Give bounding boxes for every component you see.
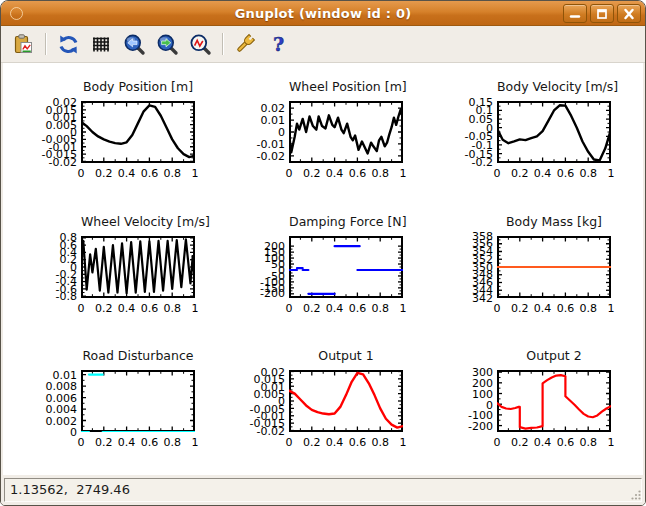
close-icon bbox=[622, 8, 636, 20]
x-tick-label: 0.4 bbox=[118, 168, 136, 179]
x-tick-label: 0.8 bbox=[163, 168, 181, 179]
settings-button[interactable] bbox=[231, 30, 259, 58]
y-tick-label: -0.01 bbox=[257, 138, 285, 149]
x-tick-label: 0.6 bbox=[349, 303, 367, 314]
x-tick-label: 0.6 bbox=[557, 168, 575, 179]
x-tick-label: 0.8 bbox=[371, 303, 389, 314]
plot-box[interactable] bbox=[81, 370, 195, 432]
zoom-previous-icon bbox=[123, 33, 146, 56]
subplot-output-2: Output 23002001000-100-20000.20.40.60.81 bbox=[429, 338, 637, 473]
wrench-icon bbox=[234, 33, 257, 56]
subplot-body-position: Body Position [m]0.020.0150.010.0050-0.0… bbox=[13, 69, 221, 204]
y-tick-label: -0.02 bbox=[257, 150, 285, 161]
subplot-road-disturbance: Road Disturbance0.010.0080.0060.0040.002… bbox=[13, 338, 221, 473]
subplot-body-mass: Body Mass [kg]35835635435235034834634434… bbox=[429, 204, 637, 339]
x-tick-label: 0.8 bbox=[163, 437, 181, 448]
titlebar[interactable]: Gnuplot (window id : 0) bbox=[1, 1, 645, 26]
x-tick-label: 0.8 bbox=[579, 168, 597, 179]
data-series bbox=[289, 373, 403, 428]
x-tick-label: 1 bbox=[192, 303, 199, 314]
x-tick-label: 0.6 bbox=[141, 437, 159, 448]
window-title: Gnuplot (window id : 0) bbox=[1, 6, 645, 21]
plot-box[interactable] bbox=[81, 101, 195, 163]
x-tick-label: 0.6 bbox=[141, 168, 159, 179]
zoom-previous-button[interactable] bbox=[120, 30, 148, 58]
x-tick-label: 0.2 bbox=[511, 168, 529, 179]
y-tick-label: 0.01 bbox=[261, 115, 286, 126]
subplot-output-1: Output 10.020.0150.010.0050-0.005-0.01-0… bbox=[221, 338, 429, 473]
x-tick-label: 0.2 bbox=[511, 437, 529, 448]
x-tick-label: 0.4 bbox=[118, 437, 136, 448]
y-tick-label: -0.8 bbox=[56, 290, 77, 301]
zoom-next-button[interactable] bbox=[153, 30, 181, 58]
replot-button[interactable] bbox=[54, 30, 82, 58]
autoscale-button[interactable] bbox=[186, 30, 214, 58]
x-tick-label: 0 bbox=[494, 303, 501, 314]
x-axis-labels: 00.20.40.60.81 bbox=[497, 167, 611, 181]
data-series bbox=[497, 375, 611, 428]
x-tick-label: 1 bbox=[192, 168, 199, 179]
window-icon bbox=[10, 7, 23, 20]
x-tick-label: 0.8 bbox=[579, 303, 597, 314]
x-axis-labels: 00.20.40.60.81 bbox=[497, 302, 611, 316]
y-tick-label: 0 bbox=[278, 127, 285, 138]
resize-grip[interactable] bbox=[630, 489, 642, 501]
subplot-wheel-velocity: Wheel Velocity [m/s]0.80.60.40.20-0.2-0.… bbox=[13, 204, 221, 339]
x-tick-label: 0 bbox=[286, 303, 293, 314]
x-tick-label: 0.6 bbox=[557, 437, 575, 448]
grid-icon bbox=[90, 33, 113, 56]
x-axis-labels: 00.20.40.60.81 bbox=[81, 302, 195, 316]
x-axis-labels: 00.20.40.60.81 bbox=[81, 436, 195, 450]
copy-clipboard-icon bbox=[12, 33, 35, 56]
toolbar-separator bbox=[222, 33, 224, 55]
x-tick-label: 0 bbox=[78, 437, 85, 448]
chart-title: Wheel Velocity [m/s] bbox=[81, 214, 195, 229]
x-tick-label: 0 bbox=[78, 303, 85, 314]
help-question-icon: ? bbox=[267, 33, 290, 56]
x-tick-label: 0 bbox=[494, 168, 501, 179]
toggle-grid-button[interactable] bbox=[87, 30, 115, 58]
maximize-button[interactable] bbox=[590, 4, 614, 23]
y-tick-label: 0.01 bbox=[53, 369, 78, 380]
x-tick-label: 0.2 bbox=[95, 168, 113, 179]
x-tick-label: 0.6 bbox=[141, 303, 159, 314]
y-axis-labels: 0.020.010-0.01-0.02 bbox=[247, 101, 289, 163]
plot-area[interactable]: Body Position [m]0.020.0150.010.0050-0.0… bbox=[3, 63, 643, 475]
x-tick-label: 0.4 bbox=[326, 437, 344, 448]
autoscale-zoom-icon bbox=[189, 33, 212, 56]
zoom-next-icon bbox=[156, 33, 179, 56]
x-tick-label: 0.6 bbox=[349, 437, 367, 448]
chart-title: Road Disturbance bbox=[81, 348, 195, 363]
x-axis-labels: 00.20.40.60.81 bbox=[289, 302, 403, 316]
plot-box[interactable] bbox=[289, 236, 403, 298]
y-tick-label: -0.02 bbox=[257, 425, 285, 436]
y-tick-label: -0.2 bbox=[472, 157, 493, 168]
copy-to-clipboard-button[interactable] bbox=[9, 30, 37, 58]
chart-title: Damping Force [N] bbox=[289, 214, 403, 229]
plot-box[interactable] bbox=[497, 370, 611, 432]
y-tick-label: -0.02 bbox=[49, 156, 77, 167]
x-tick-label: 0 bbox=[494, 437, 501, 448]
plot-box[interactable] bbox=[497, 236, 611, 298]
x-tick-label: 1 bbox=[608, 303, 615, 314]
plot-box[interactable] bbox=[289, 370, 403, 432]
close-button[interactable] bbox=[617, 4, 641, 23]
minimize-button[interactable] bbox=[563, 4, 587, 23]
y-axis-labels: 0.010.0080.0060.0040.0020 bbox=[39, 370, 81, 432]
x-tick-label: 0.6 bbox=[349, 168, 367, 179]
plot-box[interactable] bbox=[81, 236, 195, 298]
y-axis-labels: 0.150.10.050-0.05-0.1-0.15-0.2 bbox=[455, 101, 497, 163]
x-tick-label: 1 bbox=[608, 168, 615, 179]
x-tick-label: 0.4 bbox=[534, 437, 552, 448]
x-tick-label: 1 bbox=[400, 303, 407, 314]
x-tick-label: 0.6 bbox=[557, 303, 575, 314]
y-tick-label: 0.008 bbox=[46, 381, 78, 392]
help-button[interactable]: ? bbox=[264, 30, 292, 58]
y-tick-label: -200 bbox=[468, 420, 493, 431]
y-tick-label: 0.002 bbox=[46, 415, 78, 426]
cursor-coordinates: 1.13562, 2749.46 bbox=[4, 478, 642, 502]
data-series bbox=[497, 105, 611, 160]
x-tick-label: 0 bbox=[286, 437, 293, 448]
plot-box[interactable] bbox=[497, 101, 611, 163]
plot-box[interactable] bbox=[289, 101, 403, 163]
